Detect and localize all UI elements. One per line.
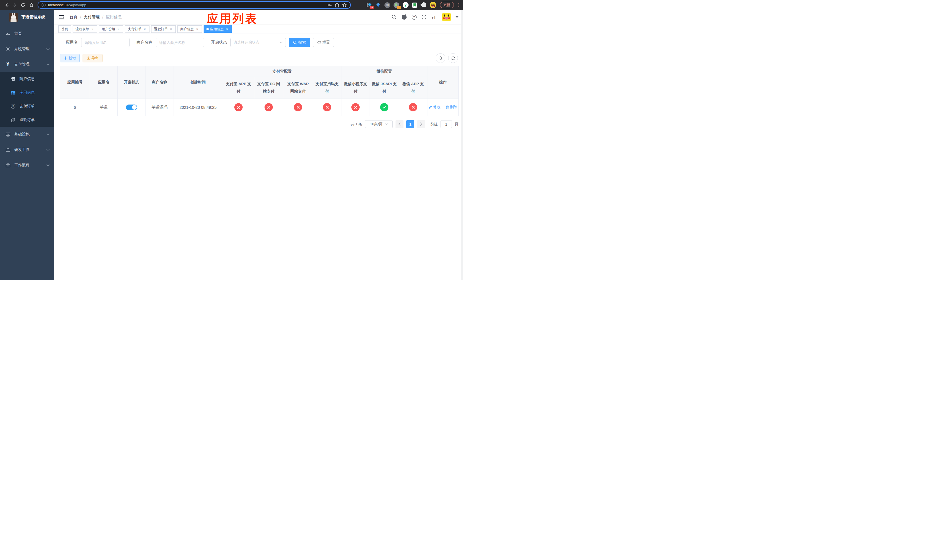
tab-home[interactable]: 首页 xyxy=(58,25,71,33)
page-unit-label: 页 xyxy=(455,122,458,127)
bookmark-star-icon[interactable] xyxy=(342,3,347,8)
col-header-id: 应用编号 xyxy=(60,66,90,99)
app-name-input[interactable] xyxy=(81,38,130,47)
help-icon[interactable]: ? xyxy=(411,14,417,20)
close-icon[interactable]: × xyxy=(117,27,121,31)
sidebar-item-infrastructure[interactable]: 基础设施 xyxy=(0,127,54,142)
address-bar[interactable]: i localhost:1024/pay/app xyxy=(38,1,351,9)
extension-gem-icon[interactable] xyxy=(375,2,381,8)
prev-page-button[interactable] xyxy=(395,120,404,128)
status-label: 开启状态 xyxy=(211,40,227,45)
header-search-icon[interactable] xyxy=(391,14,397,20)
alipay-qr-disabled-cross-icon xyxy=(323,103,331,111)
pay-order-icon: ¥ xyxy=(11,104,15,109)
sidebar-item-label: 系统管理 xyxy=(14,47,47,51)
col-header-ops: 操作 xyxy=(427,66,459,99)
sidebar-item-dev-tools[interactable]: 研发工具 xyxy=(0,142,54,157)
cell-created: 2021-10-23 08:49:25 xyxy=(173,99,223,116)
cell-app-name: 芋道 xyxy=(90,99,118,116)
github-icon[interactable] xyxy=(401,14,407,20)
page-number-current[interactable]: 1 xyxy=(406,120,414,128)
extension-doc-icon[interactable] xyxy=(412,2,418,8)
group-header-alipay: 支付宝配置 xyxy=(223,66,341,77)
goto-page-input[interactable] xyxy=(440,120,452,128)
chevron-down-icon xyxy=(280,42,283,44)
pagination-total: 共 1 条 xyxy=(351,122,362,127)
sidebar-item-payment[interactable]: ¥ 支付管理 xyxy=(0,57,54,72)
fullscreen-icon[interactable] xyxy=(421,14,427,20)
close-icon[interactable]: × xyxy=(143,27,147,31)
breadcrumb-home[interactable]: 首页 xyxy=(70,15,77,20)
export-button[interactable]: 导出 xyxy=(83,54,103,62)
font-size-icon[interactable]: TT xyxy=(431,14,437,20)
close-icon[interactable]: × xyxy=(195,27,199,31)
tab-merchant-info[interactable]: 商户信息× xyxy=(177,25,202,33)
extension-command-icon[interactable]: ⌘ xyxy=(384,2,390,8)
tab-process-form[interactable]: 流程表单× xyxy=(73,25,97,33)
sidebar-item-refund-orders[interactable]: 退款订单 xyxy=(0,113,54,127)
extension-y-icon[interactable]: y xyxy=(402,2,409,8)
sidebar-logo[interactable]: 芋道管理系统 xyxy=(0,10,54,24)
close-icon[interactable]: × xyxy=(169,27,173,31)
chrome-menu-icon[interactable] xyxy=(458,3,460,8)
reset-button[interactable]: 重置 xyxy=(313,38,334,47)
col-header-wx-mini: 微信小程序支付 xyxy=(341,77,370,99)
browser-chrome: i localhost:1024/pay/app 10 ⌘ 1 xyxy=(0,0,463,10)
sidebar-item-system[interactable]: 系统管理 xyxy=(0,41,54,57)
tab-user-group[interactable]: 用户分组× xyxy=(99,25,123,33)
screen: i localhost:1024/pay/app 10 ⌘ 1 xyxy=(0,0,463,280)
show-search-button[interactable] xyxy=(436,53,445,63)
breadcrumb: 首页 / 支付管理 / 应用信息 xyxy=(70,15,122,20)
delete-link[interactable]: 删除 xyxy=(446,104,457,110)
edit-link[interactable]: 修改 xyxy=(428,104,440,110)
site-info-icon[interactable]: i xyxy=(42,3,46,7)
table-toolbar: 新增 导出 xyxy=(60,53,458,63)
tab-refund-orders[interactable]: 退款订单× xyxy=(151,25,176,33)
refresh-table-button[interactable] xyxy=(448,53,458,63)
sidebar-collapse-icon[interactable] xyxy=(59,15,64,20)
add-button[interactable]: 新增 xyxy=(60,54,80,62)
sidebar-item-merchant-info[interactable]: 商户信息 xyxy=(0,72,54,86)
extension-badge: 10 xyxy=(369,6,373,9)
profile-avatar[interactable] xyxy=(430,2,436,8)
yen-icon: ¥ xyxy=(5,62,10,67)
page-scrollbar[interactable] xyxy=(461,10,463,280)
breadcrumb-payment[interactable]: 支付管理 xyxy=(84,15,100,20)
extensions-puzzle-icon[interactable] xyxy=(421,2,427,8)
col-header-status: 开启状态 xyxy=(118,66,146,99)
reload-icon[interactable] xyxy=(20,2,26,8)
sidebar-item-home[interactable]: 首页 xyxy=(0,26,54,41)
sidebar-item-app-info[interactable]: 应用信息 xyxy=(0,86,54,100)
plus-icon xyxy=(64,56,67,60)
enable-toggle[interactable] xyxy=(126,104,137,110)
sidebar-item-pay-orders[interactable]: ¥ 支付订单 xyxy=(0,100,54,113)
user-avatar[interactable] xyxy=(442,13,451,21)
back-icon[interactable] xyxy=(3,2,10,8)
next-page-button[interactable] xyxy=(417,120,425,128)
toolbox-icon xyxy=(5,148,10,152)
home-icon[interactable] xyxy=(28,2,35,8)
merchant-name-input[interactable] xyxy=(156,38,204,47)
chrome-update-button[interactable]: 更新 xyxy=(440,2,454,8)
page-header: 首页 / 支付管理 / 应用信息 应用列表 ? TT xyxy=(54,10,463,24)
status-select[interactable]: 请选择开启状态 xyxy=(230,38,286,47)
forward-icon[interactable] xyxy=(12,2,18,8)
search-icon xyxy=(293,41,297,44)
extension-grid-icon[interactable]: 10 xyxy=(366,2,372,8)
chevron-down-icon xyxy=(385,123,388,125)
avatar-caret-icon[interactable] xyxy=(455,16,458,18)
search-button[interactable]: 搜索 xyxy=(289,38,310,47)
alipay-pc-disabled-cross-icon xyxy=(265,103,273,111)
logo-image xyxy=(9,13,18,22)
storefront-icon xyxy=(11,77,15,81)
close-icon[interactable]: × xyxy=(91,27,94,31)
extension-recorder-icon[interactable]: 1 xyxy=(393,2,399,8)
app-table: 应用编号 应用名 开启状态 商户名称 创建时间 支付宝配置 微信配置 操作 支付… xyxy=(60,66,459,116)
tab-pay-orders[interactable]: 支付订单× xyxy=(125,25,150,33)
password-key-icon[interactable] xyxy=(327,3,332,8)
close-icon[interactable]: × xyxy=(225,27,229,31)
sidebar-item-workflow[interactable]: 工作流程 xyxy=(0,157,54,173)
table-row: 6 芋道 芋道源码 2021-10-23 08:49:25 xyxy=(60,99,459,116)
page-size-select[interactable]: 10条/页 xyxy=(365,120,393,128)
share-icon[interactable] xyxy=(334,3,339,8)
